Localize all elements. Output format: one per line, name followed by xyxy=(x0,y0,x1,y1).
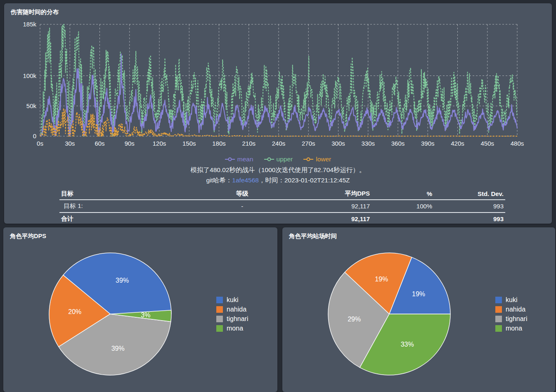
sim-timestamp: 2023-01-02T21:12:45Z xyxy=(284,177,350,184)
legend-swatch xyxy=(216,316,223,322)
table-cell: 92,117 xyxy=(273,200,371,213)
legend-label: upper xyxy=(277,156,293,163)
column-header: 目标 xyxy=(59,188,211,200)
pie-legend-item-nahida: nahida xyxy=(495,306,527,313)
x-axis-tick: 120s xyxy=(153,140,166,147)
legend-swatch xyxy=(495,306,502,313)
table-total-cell xyxy=(371,213,434,224)
pie-slice-percent-mona: 3% xyxy=(141,312,150,319)
legend-swatch xyxy=(216,306,223,313)
git-hash-link[interactable]: 1afe4568 xyxy=(232,177,259,184)
legend-label: tighnari xyxy=(227,315,248,323)
x-axis-tick: 30s xyxy=(65,140,75,147)
legend-swatch xyxy=(495,325,502,332)
legend-item-mean: mean xyxy=(225,156,253,163)
panel-title-char-dps: 角色平均DPS xyxy=(10,232,271,240)
x-axis-tick: 480s xyxy=(511,140,524,147)
y-axis-tick: 50k xyxy=(26,102,37,109)
column-header: 等级 xyxy=(211,188,273,200)
column-header: 平均DPS xyxy=(273,188,371,200)
table-header-row: 目标等级平均DPS%Std. Dev. xyxy=(59,188,505,200)
x-axis-tick: 360s xyxy=(391,140,405,147)
time-label: ，时间： xyxy=(259,177,284,184)
panel-title-damage-over-time: 伤害随时间的分布 xyxy=(11,8,545,16)
pie-legend-item-kuki: kuki xyxy=(495,296,527,304)
pie-legend-item-tighnari: tighnari xyxy=(216,315,248,323)
legend-label: lower xyxy=(316,156,331,163)
sim-meta-line: git哈希：1afe4568，时间：2023-01-02T21:12:45Z xyxy=(11,175,545,185)
damage-over-time-panel: 伤害随时间的分布 050k100k185k0s30s60s90s120s150s… xyxy=(4,3,552,224)
table-row: 目标 1:-92,117100%993 xyxy=(59,200,505,213)
y-axis-tick: 100k xyxy=(23,72,36,79)
pie-slice-percent-nahida: 20% xyxy=(68,308,81,315)
x-axis-tick: 0s xyxy=(37,140,43,147)
pie-slice-percent-tighnari: 29% xyxy=(348,316,361,323)
legend-label: kuki xyxy=(227,296,238,304)
legend-swatch xyxy=(216,297,223,303)
legend-label: mona xyxy=(506,325,522,332)
target-dps-table: 目标等级平均DPS%Std. Dev.目标 1:-92,117100%993合计… xyxy=(59,188,505,224)
sim-summary: 模拟了480.02秒的战斗（1000次迭代使用了82.704秒运行）。 git哈… xyxy=(11,165,545,185)
sim-summary-line: 模拟了480.02秒的战斗（1000次迭代使用了82.704秒运行）。 xyxy=(11,165,545,175)
line-chart-legend: meanupperlower xyxy=(11,155,545,164)
legend-line-icon xyxy=(264,157,274,161)
damage-over-time-chart: 050k100k185k0s30s60s90s120s150s180s210s2… xyxy=(11,18,545,154)
y-axis-tick: 185k xyxy=(23,21,36,28)
table-cell: 目标 1: xyxy=(59,200,211,213)
x-axis-tick: 450s xyxy=(480,140,494,147)
char-dps-pie-legend: kukinahidatighnarimona xyxy=(216,294,248,334)
pie-slice-percent-kuki: 39% xyxy=(116,277,129,284)
pie-legend-item-mona: mona xyxy=(495,325,527,332)
char-field-time-pie-legend: kukinahidatighnarimona xyxy=(495,294,527,334)
pie-legend-item-tighnari: tighnari xyxy=(495,315,527,323)
pie-slice-percent-kuki: 19% xyxy=(412,290,425,298)
x-axis-tick: 90s xyxy=(125,140,135,147)
table-total-cell xyxy=(211,213,273,224)
x-axis-tick: 180s xyxy=(212,140,226,147)
x-axis-tick: 330s xyxy=(361,140,375,147)
character-avg-dps-panel: 角色平均DPS 39%20%39%3% kukinahidatighnarimo… xyxy=(3,227,277,392)
x-axis-tick: 420s xyxy=(451,140,464,147)
y-axis-tick: 0 xyxy=(33,132,36,139)
column-header: % xyxy=(371,188,434,200)
x-axis-tick: 270s xyxy=(302,140,315,147)
legend-line-icon xyxy=(225,157,235,161)
legend-swatch xyxy=(495,316,502,322)
pie-slice-percent-tighnari: 39% xyxy=(111,345,125,352)
pie-legend-item-nahida: nahida xyxy=(216,306,248,313)
x-axis-tick: 390s xyxy=(421,140,435,147)
legend-label: mona xyxy=(227,325,243,332)
pie-legend-item-kuki: kuki xyxy=(216,296,248,304)
table-total-row: 合计92,117993 xyxy=(59,213,505,224)
x-axis-tick: 300s xyxy=(331,140,345,147)
panel-title-char-field-time: 角色平均站场时间 xyxy=(289,232,549,240)
table-total-cell: 合计 xyxy=(59,213,211,224)
x-axis-tick: 240s xyxy=(272,140,286,147)
legend-label: nahida xyxy=(506,306,525,313)
legend-item-lower: lower xyxy=(303,156,331,163)
x-axis-tick: 150s xyxy=(182,140,196,147)
legend-label: kuki xyxy=(506,296,517,304)
char-dps-pie-chart: 39%20%39%3% xyxy=(46,250,174,378)
table-cell: 100% xyxy=(371,200,434,213)
x-axis-tick: 210s xyxy=(242,140,256,147)
pie-slice-percent-nahida: 19% xyxy=(375,276,388,283)
column-header: Std. Dev. xyxy=(434,188,505,200)
character-field-time-panel: 角色平均站场时间 19%19%29%33% kukinahidatighnari… xyxy=(282,227,555,392)
legend-label: tighnari xyxy=(506,315,527,323)
char-field-time-pie-chart: 19%19%29%33% xyxy=(325,250,453,378)
table-total-cell: 92,117 xyxy=(273,213,371,224)
pie-slice-percent-mona: 33% xyxy=(401,341,414,348)
legend-item-upper: upper xyxy=(264,156,293,163)
legend-label: mean xyxy=(237,156,253,163)
table-cell: - xyxy=(211,200,273,213)
legend-line-icon xyxy=(303,157,313,161)
table-cell: 993 xyxy=(434,200,505,213)
pie-legend-item-mona: mona xyxy=(216,325,248,332)
legend-label: nahida xyxy=(227,306,246,313)
git-hash-label: git哈希： xyxy=(206,177,232,184)
table-total-cell: 993 xyxy=(434,213,505,224)
legend-swatch xyxy=(495,297,502,303)
x-axis-tick: 60s xyxy=(95,140,104,147)
legend-swatch xyxy=(216,325,223,332)
